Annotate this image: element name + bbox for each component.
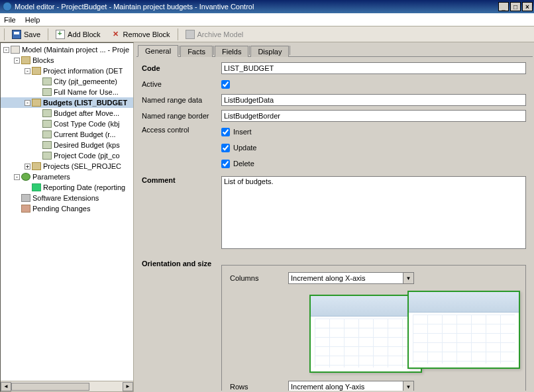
tree-item[interactable]: Desired Budget (kps — [1, 140, 133, 150]
code-input[interactable] — [221, 62, 526, 74]
chevron-down-icon[interactable]: ▼ — [403, 381, 414, 391]
tree-item-label: Budgets (LIST_BUDGET — [43, 99, 127, 107]
expander-blank — [35, 121, 41, 127]
chevron-down-icon[interactable]: ▼ — [403, 272, 414, 284]
tree-item[interactable]: Current Budget (r... — [1, 129, 133, 140]
app-icon — [3, 2, 12, 11]
save-button[interactable]: Save — [7, 28, 45, 41]
scroll-thumb[interactable] — [11, 383, 89, 391]
tab-general[interactable]: General — [138, 45, 178, 57]
tree-item[interactable]: Pending Changes — [1, 203, 133, 214]
collapse-icon[interactable]: - — [25, 68, 30, 74]
tree-item-label: Pending Changes — [32, 205, 90, 213]
leaf-icon — [42, 152, 52, 160]
tree-item-label: Cost Type Code (kbj — [54, 120, 119, 128]
tree-item[interactable]: Reporting Date (reporting — [1, 182, 133, 193]
expand-icon[interactable]: + — [25, 164, 30, 170]
tree-item-label: Software Extensions — [32, 194, 99, 202]
tree-item[interactable]: -Project information (DET — [1, 66, 133, 76]
tree-item[interactable]: -Model (Maintain project ... - Proje — [1, 44, 133, 55]
tab-facts[interactable]: Facts — [180, 46, 213, 57]
close-button[interactable]: × — [522, 2, 533, 11]
toolbar-separator — [48, 28, 48, 40]
main-area: -Model (Maintain project ... - Proje-Blo… — [0, 42, 534, 392]
tree-item-label: Parameters — [32, 173, 70, 181]
add-block-label: Add Block — [68, 30, 101, 38]
scroll-left-button[interactable]: ◄ — [1, 382, 11, 391]
tree-horizontal-scrollbar[interactable]: ◄ ► — [1, 381, 133, 391]
leaf-icon — [42, 120, 52, 128]
expander-blank — [14, 206, 20, 212]
right-panel: General Facts Fields Display Code Active — [134, 42, 534, 392]
window-controls: _ □ × — [497, 2, 533, 11]
menu-file[interactable]: File — [4, 16, 16, 24]
leaf-icon — [42, 88, 52, 96]
scroll-right-button[interactable]: ► — [123, 382, 133, 391]
tab-separator — [179, 46, 180, 55]
tree-item[interactable]: Project Code (pjt_co — [1, 150, 133, 161]
leaf-icon — [42, 77, 52, 85]
remove-block-button[interactable]: ✕ Remove Block — [107, 28, 175, 41]
tree-item[interactable]: Budget after Move... — [1, 108, 133, 119]
named-range-border-input[interactable] — [221, 110, 526, 122]
window-title: Model editor - ProjectBudget - Maintain … — [15, 3, 497, 11]
collapse-icon[interactable]: - — [3, 47, 9, 53]
columns-combo[interactable]: Increment along X-axis ▼ — [288, 272, 414, 284]
tree-panel[interactable]: -Model (Maintain project ... - Proje-Blo… — [0, 42, 134, 392]
expander-blank — [14, 195, 20, 201]
expander-blank — [35, 132, 41, 138]
ext-icon — [21, 194, 30, 202]
expander-blank — [35, 89, 41, 95]
tree-item[interactable]: Software Extensions — [1, 193, 133, 203]
tree-item[interactable]: Full Name for Use... — [1, 87, 133, 97]
scroll-track[interactable] — [11, 382, 123, 391]
tab-separator — [213, 46, 214, 55]
flag-icon — [32, 183, 41, 191]
collapse-icon[interactable]: - — [14, 174, 20, 180]
tab-strip: General Facts Fields Display — [136, 44, 533, 57]
tab-separator — [290, 46, 290, 55]
tree-item[interactable]: -Parameters — [1, 172, 133, 182]
tree-item[interactable]: City (pjt_gemeente) — [1, 76, 133, 87]
tree-item[interactable]: -Budgets (LIST_BUDGET — [1, 97, 133, 108]
add-block-button[interactable]: Add Block — [51, 28, 105, 41]
param-icon — [21, 173, 30, 181]
tree-item-label: Blocks — [32, 56, 54, 64]
collapse-icon[interactable]: - — [14, 58, 20, 64]
minimize-button[interactable]: _ — [498, 2, 509, 11]
expander-blank — [35, 142, 41, 148]
label-code: Code — [142, 64, 221, 72]
label-comment: Comment — [142, 176, 221, 184]
tree-root: -Model (Maintain project ... - Proje-Blo… — [1, 43, 133, 215]
insert-checkbox[interactable] — [221, 128, 230, 136]
save-icon — [12, 30, 21, 39]
update-checkbox[interactable] — [221, 144, 230, 152]
collapse-icon[interactable]: - — [25, 100, 30, 106]
label-orientation: Orientation and size — [142, 260, 221, 268]
active-checkbox[interactable] — [221, 80, 230, 89]
orientation-group: Columns Increment along X-axis ▼ Rows — [221, 265, 526, 391]
tab-display[interactable]: Display — [250, 46, 289, 57]
leaf-icon — [42, 130, 52, 138]
columns-combo-text: Increment along X-axis — [288, 272, 403, 284]
tab-separator — [249, 46, 250, 55]
save-label: Save — [24, 30, 40, 38]
archive-model-button[interactable]: Archive Model — [181, 28, 248, 41]
leaf-icon — [42, 141, 52, 149]
label-delete: Delete — [233, 160, 254, 168]
comment-textarea[interactable]: List of budgets. — [221, 176, 526, 249]
maximize-button[interactable]: □ — [510, 2, 521, 11]
delete-checkbox[interactable] — [221, 160, 230, 168]
rows-combo[interactable]: Increment along Y-axis ▼ — [288, 381, 414, 391]
tree-item[interactable]: +Projects (SEL_PROJEC — [1, 161, 133, 172]
named-range-data-input[interactable] — [221, 94, 526, 106]
tree-item-label: Desired Budget (kps — [54, 141, 120, 149]
menu-help[interactable]: Help — [25, 16, 40, 24]
tree-item-label: Reporting Date (reporting — [43, 183, 125, 191]
tree-item[interactable]: Cost Type Code (kbj — [1, 119, 133, 129]
tab-fields[interactable]: Fields — [215, 46, 248, 57]
label-update: Update — [233, 144, 256, 152]
preview-left-icon — [309, 295, 422, 373]
tree-item-label: City (pjt_gemeente) — [54, 77, 117, 85]
tree-item[interactable]: -Blocks — [1, 55, 133, 66]
